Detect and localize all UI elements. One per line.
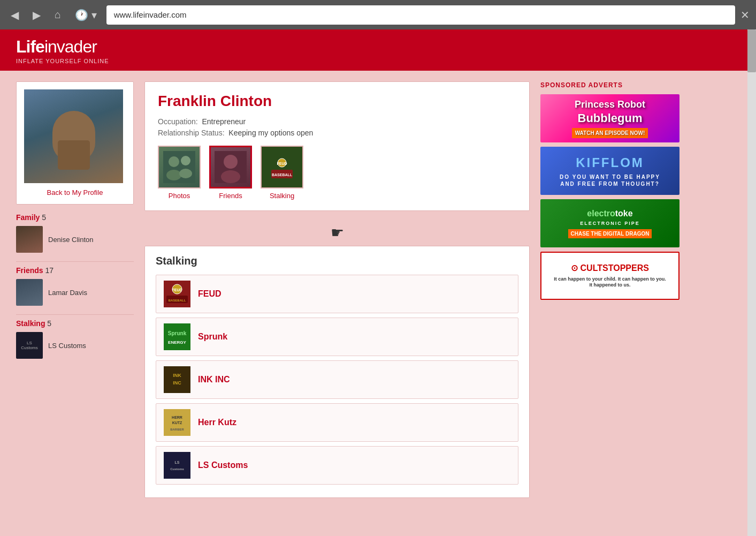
stalking-item-inkinc[interactable]: INKINCINK INC <box>156 360 518 399</box>
inkinc-name: INK INC <box>198 375 230 384</box>
ad-princess-text: Princess Robot Bubblegum WATCH AN EPISOD… <box>570 96 651 141</box>
left-sidebar: Back to My Profile Family 5 Denise Clint… <box>16 81 134 498</box>
stalking-item-lscustoms2[interactable]: LSCustomsLS Customs <box>156 446 518 485</box>
svg-point-6 <box>224 155 238 169</box>
herrkultz-logo: HERRKUTZBARBER <box>164 409 190 436</box>
friends-thumb <box>209 146 252 188</box>
logo-light: invader <box>44 37 97 56</box>
svg-point-1 <box>169 156 179 167</box>
svg-text:ENERGY: ENERGY <box>168 340 186 345</box>
scrollbar[interactable] <box>747 29 756 536</box>
friends-tab[interactable]: Friends <box>209 146 252 200</box>
svg-text:FEUD: FEUD <box>172 288 182 292</box>
svg-text:LS: LS <box>175 460 180 464</box>
ad-electrotoke-text: electrotoke ELECTRONIC PIPE CHASE THE DI… <box>566 206 654 240</box>
svg-text:KUTZ: KUTZ <box>172 421 182 425</box>
profile-name: Franklin Clinton <box>158 93 516 110</box>
lscustoms-sidebar-name: LS Customs <box>48 342 86 350</box>
svg-point-3 <box>181 156 190 165</box>
stalking-item-herrkultz[interactable]: HERRKUTZBARBERHerr Kutz <box>156 403 518 442</box>
svg-rect-18 <box>164 323 190 350</box>
right-sidebar: SPONSORED ADVERTS Princess Robot Bubbleg… <box>540 81 679 498</box>
sprunk-name: Sprunk <box>198 332 227 342</box>
sprunk-logo: SprunkENERGY <box>164 323 190 350</box>
ad-kifflom-text: KIFFLOM DO YOU WANT TO BE HAPPY AND FREE… <box>558 152 662 189</box>
svg-rect-28 <box>164 452 190 479</box>
svg-rect-21 <box>164 366 190 393</box>
lamar-name: Lamar Davis <box>48 289 87 297</box>
svg-point-2 <box>166 170 181 180</box>
stalking-main-section: Stalking FEUDBASEBALLFEUDSprunkENERGYSpr… <box>144 246 530 498</box>
ad-kifflom[interactable]: KIFFLOM DO YOU WANT TO BE HAPPY AND FREE… <box>540 147 679 195</box>
friends-section-title: Friends 17 <box>16 266 134 275</box>
scrollbar-thumb[interactable] <box>747 29 756 72</box>
lscustoms-sidebar-logo: LSCustoms <box>16 332 43 359</box>
logo-bold: Life <box>16 37 44 56</box>
stalking-main-title: Stalking <box>156 255 518 267</box>
stalking-thumb: FEUD BASEBALL <box>261 146 303 188</box>
back-to-profile-link[interactable]: Back to My Profile <box>24 188 126 197</box>
lscustoms2-logo: LSCustoms <box>164 452 190 479</box>
svg-text:HERR: HERR <box>172 416 182 419</box>
cursor-area: ☛ <box>144 220 530 246</box>
divider <box>16 261 134 262</box>
svg-text:BASEBALL: BASEBALL <box>169 299 186 302</box>
denise-name: Denise Clinton <box>48 236 94 244</box>
photos-label: Photos <box>169 192 190 200</box>
friends-label: Friends <box>219 192 242 200</box>
ad-electrotoke[interactable]: electrotoke ELECTRONIC PIPE CHASE THE DI… <box>540 199 679 247</box>
forward-button[interactable]: ▶ <box>28 6 45 24</box>
photos-thumb <box>158 146 201 188</box>
lscustoms2-name: LS Customs <box>198 460 248 470</box>
close-button[interactable]: ✕ <box>740 9 750 21</box>
main-layout: Back to My Profile Family 5 Denise Clint… <box>0 71 696 509</box>
sidebar-stalking-section: Stalking 5 LSCustoms LS Customs <box>16 319 134 359</box>
sidebar-family-section: Family 5 Denise Clinton <box>16 213 134 253</box>
denise-avatar <box>16 226 43 253</box>
svg-text:INC: INC <box>173 380 181 386</box>
svg-text:Customs: Customs <box>170 467 184 471</box>
family-section-title: Family 5 <box>16 213 134 222</box>
svg-text:BASEBALL: BASEBALL <box>272 173 293 177</box>
svg-text:BARBER: BARBER <box>170 428 184 431</box>
svg-point-7 <box>221 170 240 183</box>
stalking-tab[interactable]: FEUD BASEBALL Stalking <box>261 146 303 200</box>
family-member-denise[interactable]: Denise Clinton <box>16 226 134 253</box>
photos-tab[interactable]: Photos <box>158 146 201 200</box>
lamar-avatar <box>16 279 43 306</box>
ad-princess-robot[interactable]: Princess Robot Bubblegum WATCH AN EPISOD… <box>540 94 679 142</box>
site-tagline: INFLATE YOURSELF ONLINE <box>16 58 740 64</box>
address-bar[interactable] <box>106 5 735 25</box>
history-button[interactable]: 🕐 ▾ <box>71 6 101 24</box>
stalking-label: Stalking <box>270 192 294 200</box>
svg-text:Sprunk: Sprunk <box>168 330 187 336</box>
profile-photos-row: Photos Friends <box>158 146 516 200</box>
stalking-section-title: Stalking 5 <box>16 319 134 328</box>
ad-cultstoppers[interactable]: ⊙ CULTSTOPPERS It can happen to your chi… <box>540 252 679 300</box>
center-content: Franklin Clinton Occupation: Entrepreneu… <box>134 81 540 498</box>
stalking-item-feud[interactable]: FEUDBASEBALLFEUD <box>156 275 518 313</box>
divider-2 <box>16 314 134 315</box>
svg-text:FEUD: FEUD <box>277 162 287 165</box>
friends-member-lamar[interactable]: Lamar Davis <box>16 279 134 306</box>
svg-point-4 <box>179 169 192 178</box>
stalking-member-lscustoms[interactable]: LSCustoms LS Customs <box>16 332 134 359</box>
stalking-item-sprunk[interactable]: SprunkENERGYSprunk <box>156 318 518 356</box>
sidebar-friends-section: Friends 17 Lamar Davis <box>16 266 134 306</box>
back-button[interactable]: ◀ <box>6 6 23 24</box>
browser-toolbar: ◀ ▶ ⌂ 🕐 ▾ ✕ <box>0 0 756 29</box>
ad-cultstoppers-text: ⊙ CULTSTOPPERS It can happen to your chi… <box>552 261 668 291</box>
cursor-icon: ☛ <box>331 224 344 241</box>
profile-relationship: Relationship Status: Keeping my options … <box>158 129 516 137</box>
feud-name: FEUD <box>198 289 222 299</box>
profile-card: Back to My Profile <box>16 81 134 205</box>
svg-text:INK: INK <box>173 373 181 378</box>
stalking-items-list: FEUDBASEBALLFEUDSprunkENERGYSprunkINKINC… <box>156 275 518 485</box>
sponsored-title: SPONSORED ADVERTS <box>540 81 679 89</box>
site-header: Lifeinvader INFLATE YOURSELF ONLINE <box>0 29 756 71</box>
feud-logo: FEUDBASEBALL <box>164 281 190 307</box>
site-logo: Lifeinvader <box>16 37 740 57</box>
inkinc-logo: INKINC <box>164 366 190 393</box>
avatar <box>24 89 123 183</box>
home-button[interactable]: ⌂ <box>50 6 65 23</box>
